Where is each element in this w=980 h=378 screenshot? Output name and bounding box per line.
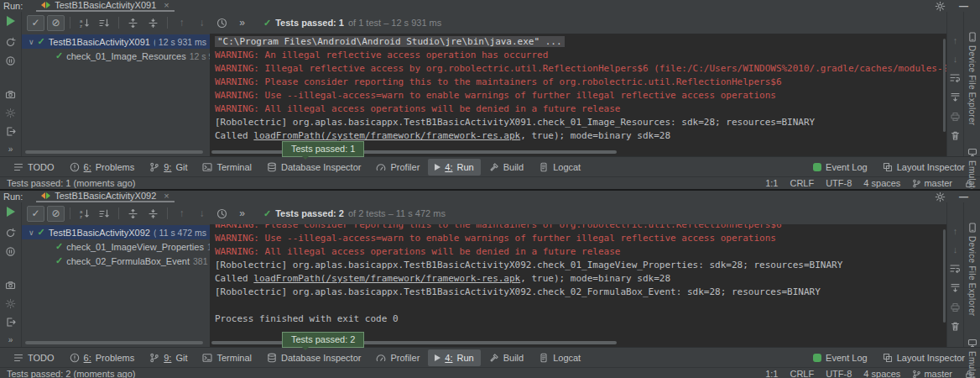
sort-alphabetically-icon[interactable]: az (76, 206, 93, 222)
expand-all-icon[interactable] (124, 15, 142, 31)
lock-icon[interactable] (964, 370, 973, 378)
tool-tab-git[interactable]: 9:Git (143, 349, 194, 366)
rerun-failed-tests-icon[interactable] (5, 37, 16, 48)
soft-wrap-icon[interactable] (950, 263, 961, 274)
line-endings[interactable]: CRLF (790, 369, 814, 378)
tree-row-suite[interactable]: ∨ ✓ TestB1BasicActivityX091 (org.aplas.t… (22, 34, 210, 49)
hide-tool-window-icon[interactable]: — (959, 192, 968, 201)
tree-horizontal-scrollbar[interactable] (25, 150, 203, 154)
tool-tab-build[interactable]: Build (482, 349, 530, 366)
chevron-down-icon[interactable]: ∨ (29, 38, 34, 46)
scroll-down-icon[interactable]: ↓ (953, 54, 958, 64)
print-icon[interactable] (950, 302, 961, 312)
tree-row-suite[interactable]: ∨ ✓ TestB1BasicActivityX092 (org.aplas.t… (22, 225, 210, 239)
screenshot-icon[interactable] (5, 89, 16, 100)
close-icon[interactable]: × (164, 0, 169, 10)
tool-tab-git[interactable]: 9:Git (143, 159, 194, 176)
tree-row-test[interactable]: ✓ check_01_Image_Resources 12 s 931 ms (22, 49, 210, 63)
scroll-down-icon[interactable]: ↓ (953, 244, 958, 255)
more-tool-windows-icon[interactable]: » (8, 144, 13, 154)
console-vertical-scrollbar[interactable] (943, 39, 946, 132)
git-branch-widget[interactable]: master (912, 178, 952, 188)
console-horizontal-scrollbar[interactable] (211, 341, 617, 344)
tool-tab-terminal[interactable]: Terminal (195, 159, 258, 176)
git-branch-widget[interactable]: master (912, 369, 952, 378)
line-endings[interactable]: CRLF (790, 178, 814, 188)
tool-tab-profiler[interactable]: Profiler (369, 159, 426, 176)
chevron-down-icon[interactable]: ∨ (29, 228, 34, 237)
settings-gear-icon[interactable] (935, 192, 946, 202)
rerun-failed-tests-icon[interactable] (5, 228, 16, 239)
close-icon[interactable]: × (164, 191, 169, 201)
scroll-up-icon[interactable]: ↑ (953, 226, 958, 236)
tool-tab-terminal[interactable]: Terminal (195, 349, 258, 366)
show-passed-button[interactable]: ✓ (27, 15, 44, 31)
event-log-button[interactable]: Event Log (813, 353, 868, 363)
tool-tab-database-inspector[interactable]: Database Inspector (260, 159, 368, 176)
settings-gear-icon[interactable] (935, 1, 946, 12)
sort-by-duration-icon[interactable] (96, 15, 113, 31)
run-config-tab[interactable]: TestB1BasicActivityX091 × (36, 0, 175, 12)
collapse-all-icon[interactable] (144, 15, 162, 31)
toggle-auto-test-icon[interactable] (5, 55, 16, 66)
console-horizontal-scrollbar[interactable] (211, 150, 617, 154)
tree-row-test[interactable]: ✓ check_02_FormulaBox_Event 381 ms (22, 254, 210, 268)
clear-console-icon[interactable] (950, 321, 961, 332)
test-settings-icon[interactable] (5, 108, 16, 118)
previous-failed-test-icon[interactable]: ↑ (173, 15, 190, 31)
test-history-icon[interactable] (213, 206, 231, 222)
show-passed-button[interactable]: ✓ (27, 206, 44, 222)
file-encoding[interactable]: UTF-8 (826, 178, 852, 188)
more-actions-icon[interactable]: » (233, 206, 251, 222)
file-encoding[interactable]: UTF-8 (826, 369, 852, 378)
run-config-tab[interactable]: TestB1BasicActivityX092 × (36, 191, 175, 202)
layout-inspector-button[interactable]: Layout Inspector (883, 162, 965, 172)
test-settings-icon[interactable] (5, 298, 16, 309)
layout-inspector-button[interactable]: Layout Inspector (883, 353, 965, 363)
more-actions-icon[interactable]: » (233, 15, 251, 31)
toggle-auto-test-icon[interactable] (5, 246, 16, 257)
import-tests-icon[interactable] (5, 317, 16, 328)
screenshot-icon[interactable] (5, 280, 16, 291)
tool-tab-run[interactable]: 4:Run (428, 349, 480, 366)
scroll-to-end-icon[interactable] (950, 282, 961, 293)
lock-icon[interactable] (964, 179, 973, 188)
clear-console-icon[interactable] (950, 130, 961, 141)
tool-tab-database-inspector[interactable]: Database Inspector (260, 349, 368, 366)
console-vertical-scrollbar[interactable] (943, 229, 946, 323)
hide-tool-window-icon[interactable]: — (959, 2, 968, 10)
sort-by-duration-icon[interactable] (96, 206, 113, 222)
soft-wrap-icon[interactable] (950, 72, 961, 83)
tool-tab-problems[interactable]: 6:Problems (63, 159, 142, 176)
next-failed-test-icon[interactable]: ↓ (193, 206, 211, 222)
show-ignored-button[interactable]: ⊘ (47, 15, 65, 31)
tool-tab-logcat[interactable]: Logcat (532, 349, 587, 366)
caret-position[interactable]: 1:1 (765, 178, 778, 188)
console-link[interactable]: loadFromPath(/system/framework/framework… (253, 273, 520, 284)
more-tool-windows-icon[interactable]: » (8, 335, 13, 344)
tool-tab-todo[interactable]: TODO (7, 349, 61, 366)
scroll-up-icon[interactable]: ↑ (953, 35, 958, 45)
rerun-button[interactable] (7, 16, 15, 26)
show-ignored-button[interactable]: ⊘ (47, 206, 65, 222)
test-history-icon[interactable] (213, 15, 231, 31)
collapse-all-icon[interactable] (144, 206, 162, 222)
sort-alphabetically-icon[interactable]: az (76, 15, 93, 31)
indent-setting[interactable]: 4 spaces (863, 369, 900, 378)
rerun-button[interactable] (7, 207, 15, 217)
device-file-explorer-tab[interactable]: Device File Explorer (967, 223, 977, 316)
console-link[interactable]: loadFromPath(/system/framework/framework… (253, 130, 520, 141)
tool-tab-todo[interactable]: TODO (7, 159, 61, 176)
event-log-button[interactable]: Event Log (813, 162, 868, 172)
indent-setting[interactable]: 4 spaces (863, 178, 900, 188)
tree-horizontal-scrollbar[interactable] (25, 341, 203, 344)
expand-all-icon[interactable] (124, 206, 142, 222)
tool-tab-logcat[interactable]: Logcat (532, 159, 587, 176)
print-icon[interactable] (950, 111, 961, 122)
tool-tab-problems[interactable]: 6:Problems (63, 349, 142, 366)
tree-row-test[interactable]: ✓ check_01_ImageView_Properties 11 s 91 … (22, 239, 210, 254)
tool-tab-profiler[interactable]: Profiler (369, 349, 426, 366)
import-tests-icon[interactable] (5, 126, 16, 137)
device-file-explorer-tab[interactable]: Device File Explorer (967, 32, 977, 125)
tool-tab-run[interactable]: 4:Run (428, 159, 480, 176)
